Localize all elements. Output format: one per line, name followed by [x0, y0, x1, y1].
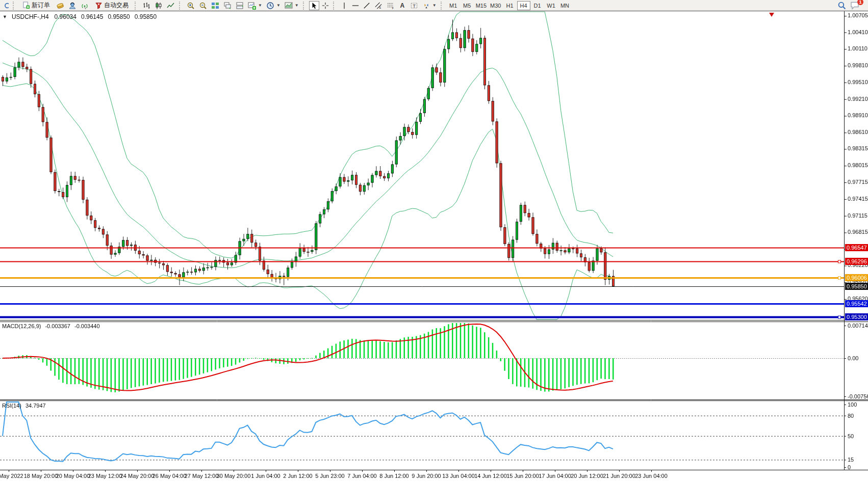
ohlc-low: 0.95850	[108, 13, 130, 20]
price-tick-label: 0.98315	[848, 145, 868, 151]
time-tick-label: 7 May 2022	[0, 473, 23, 479]
time-tick-label: 5 Jun 23:00	[315, 473, 345, 479]
macd-value: -0.003367	[45, 323, 70, 329]
rsi-header: RSI(14) 34.7947	[2, 403, 46, 409]
ohlc-open: 0.96034	[55, 13, 76, 20]
time-tick-label: 17 Jun 04:00	[539, 473, 571, 479]
time-tick-label: 30 May 20:00	[217, 473, 251, 479]
price-tick-label: 1.00110	[848, 45, 867, 51]
indicator-tick-label: 15	[848, 457, 854, 463]
time-tick-label: 18 May 20:00	[24, 473, 58, 479]
time-tick-label: 23 Jun 04:00	[635, 473, 668, 479]
rsi-value: 34.7947	[25, 403, 46, 409]
ohlc-high: 0.96145	[81, 13, 103, 20]
indicator-tick-label: 80	[848, 413, 854, 419]
time-tick-label: 2 Jun 12:00	[283, 473, 313, 479]
price-tick-label: 0.96815	[848, 229, 868, 235]
price-tick-label: 0.98610	[848, 129, 868, 135]
price-tick-label: 0.99210	[848, 96, 868, 102]
price-line-tag: 0.96547	[845, 244, 868, 251]
time-tick-label: 27 May 12:00	[185, 473, 219, 479]
rsi-label: RSI(14)	[2, 403, 21, 409]
indicator-tick-label: 100	[848, 401, 857, 408]
chart-shift-marker-icon[interactable]	[769, 13, 774, 17]
indicator-tick-label: 0.007142	[848, 323, 868, 329]
price-tick-label: 0.97115	[848, 212, 867, 219]
price-line-tag: 0.95300	[845, 313, 868, 320]
price-tick-label: 0.99510	[848, 79, 868, 85]
time-tick-label: 23 May 12:00	[88, 473, 122, 479]
symbol-dropdown-icon[interactable]: ▼	[3, 14, 7, 19]
price-tick-label: 0.97415	[848, 196, 868, 202]
time-tick-label: 26 May 04:00	[152, 473, 187, 479]
indicator-tick-label: 50	[848, 433, 854, 439]
price-tick-label: 0.98910	[848, 112, 868, 118]
indicator-tick-label: 0	[848, 464, 851, 470]
chart-title: USDCHF-,H4	[12, 13, 49, 20]
price-tick-label: 0.97715	[848, 179, 868, 185]
price-line-tag: 0.95542	[845, 300, 868, 307]
time-tick-label: 15 Jun 20:00	[506, 473, 539, 479]
time-tick-label: 8 Jun 12:00	[379, 473, 409, 479]
price-tick-label: 1.00705	[848, 12, 868, 18]
macd-header: MACD(12,26,9) -0.003367 -0.003440	[2, 323, 100, 329]
time-tick-label: 7 Jun 04:00	[347, 473, 377, 479]
time-tick-label: 13 Jun 04:00	[442, 473, 475, 479]
time-tick-label: 21 Jun 20:00	[603, 473, 635, 479]
price-tick-label: 1.00410	[848, 29, 868, 35]
indicator-tick-label: -0.007561	[848, 393, 868, 399]
price-line-tag: 0.96006	[845, 274, 868, 281]
price-tick-label: 0.98015	[848, 162, 868, 168]
indicator-tick-label: 0.00	[848, 355, 858, 361]
time-tick-label: 1 Jun 04:00	[251, 473, 280, 479]
time-tick-label: 9 Jun 20:00	[412, 473, 441, 479]
price-tick-label: 0.99810	[848, 62, 868, 68]
macd-signal-value: -0.003440	[74, 323, 100, 329]
price-line-tag: 0.95850	[845, 283, 868, 290]
macd-label: MACD(12,26,9)	[2, 323, 41, 329]
price-line-tag: 0.96296	[845, 258, 868, 265]
mt4-window: 新订单 自动交易 ▼ ▼ ▼ E F A T ▼ M	[0, 0, 868, 482]
chart-header: ▼ USDCHF-,H4 0.96034 0.96145 0.95850 0.9…	[3, 13, 157, 20]
time-tick-label: 20 May 04:00	[56, 473, 90, 479]
time-tick-label: 14 Jun 12:00	[474, 473, 507, 479]
time-tick-label: 24 May 20:00	[120, 473, 155, 479]
chart-canvas[interactable]	[0, 0, 868, 482]
ohlc-close: 0.95850	[135, 13, 157, 20]
time-tick-label: 20 Jun 12:00	[571, 473, 603, 479]
